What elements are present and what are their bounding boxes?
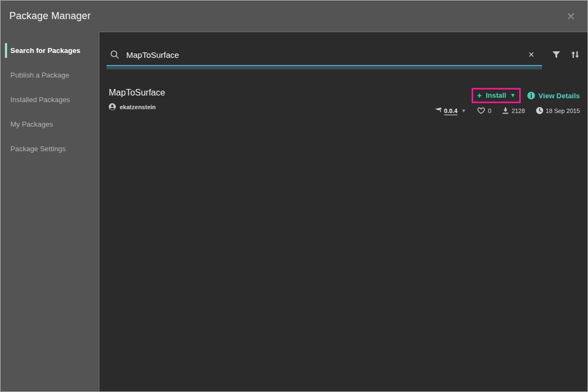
window-body: Search for Packages Publish a Package In…: [1, 32, 587, 392]
downloads-count: 2128: [511, 108, 525, 114]
author-icon: [109, 103, 116, 110]
sidebar-item-package-settings[interactable]: Package Settings: [1, 136, 99, 161]
close-icon[interactable]: ✕: [563, 9, 579, 24]
date-group: 18 Sep 2015: [536, 107, 580, 114]
actions-row: + Install ▼: [472, 88, 580, 103]
version-link[interactable]: 0.0.4: [444, 108, 457, 114]
sidebar-item-label: Search for Packages: [10, 46, 80, 55]
package-result-row[interactable]: MapToSurface ekatzenstein: [107, 88, 580, 114]
stats-row: 0.0.4 ▼ 0: [434, 107, 580, 114]
heart-icon[interactable]: [477, 107, 485, 114]
clock-icon: [536, 107, 543, 114]
install-highlight-box: + Install ▼: [472, 88, 521, 103]
install-dropdown-caret-icon[interactable]: ▼: [510, 92, 515, 98]
search-underline: [107, 65, 542, 69]
flag-icon: [434, 107, 442, 114]
sidebar-item-label: Package Settings: [10, 145, 66, 153]
author-line: ekatzenstein: [109, 103, 165, 110]
sidebar-item-publish-a-package[interactable]: Publish a Package: [1, 63, 99, 87]
downloads-group: 2128: [502, 107, 525, 114]
plus-icon: +: [477, 91, 482, 100]
search-row: ✕: [107, 45, 580, 64]
sidebar: Search for Packages Publish a Package In…: [1, 32, 99, 392]
sidebar-item-label: My Packages: [10, 120, 53, 128]
view-details-label: View Details: [538, 92, 580, 100]
likes-group: 0: [477, 107, 491, 114]
install-label: Install: [486, 91, 507, 99]
sidebar-item-installed-packages[interactable]: Installed Packages: [1, 87, 99, 112]
search-icon: [110, 50, 120, 60]
install-button[interactable]: + Install ▼: [477, 91, 515, 100]
sidebar-item-label: Installed Packages: [10, 96, 70, 104]
search-input[interactable]: [126, 50, 524, 60]
package-actions: + Install ▼: [434, 88, 580, 114]
package-info: MapToSurface ekatzenstein: [109, 88, 165, 110]
titlebar: Package Manager ✕: [1, 1, 587, 32]
version-group: 0.0.4 ▼: [434, 107, 466, 114]
likes-count: 0: [488, 108, 491, 114]
info-icon: [527, 92, 535, 99]
clear-search-icon[interactable]: ✕: [524, 49, 539, 60]
filter-icon[interactable]: [552, 51, 561, 59]
author-name[interactable]: ekatzenstein: [120, 104, 156, 110]
sidebar-item-my-packages[interactable]: My Packages: [1, 112, 99, 136]
package-manager-window: Package Manager ✕ Search for Packages Pu…: [0, 0, 588, 392]
view-details-link[interactable]: View Details: [527, 92, 580, 100]
sidebar-item-search-for-packages[interactable]: Search for Packages: [1, 38, 99, 63]
publish-date: 18 Sep 2015: [546, 108, 580, 114]
window-title: Package Manager: [9, 10, 91, 22]
search-field[interactable]: ✕: [107, 45, 542, 64]
sort-icon[interactable]: [571, 50, 580, 59]
version-dropdown-caret-icon[interactable]: ▼: [461, 108, 466, 114]
active-accent-bar: [5, 43, 7, 58]
download-icon: [502, 107, 509, 114]
sidebar-item-label: Publish a Package: [10, 71, 69, 79]
package-name: MapToSurface: [109, 88, 165, 98]
main-panel: ✕ MapToSurface: [99, 32, 587, 392]
